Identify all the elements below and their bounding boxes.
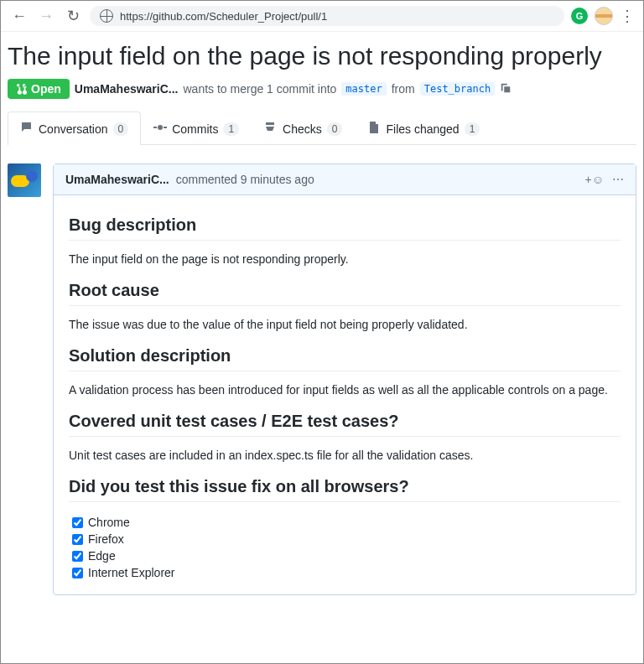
- tab-commits[interactable]: Commits 1: [141, 112, 252, 145]
- checkbox[interactable]: [72, 517, 83, 528]
- text-tests: Unit test cases are included in an index…: [69, 449, 621, 462]
- pr-meta: Open UmaMaheswariC... wants to merge 1 c…: [8, 79, 636, 99]
- pr-tabs: Conversation 0 Commits 1 Checks 0 Files …: [8, 111, 636, 145]
- tab-checks[interactable]: Checks 0: [252, 112, 355, 145]
- compare-branch[interactable]: Test_branch: [420, 82, 495, 96]
- reload-button[interactable]: ↻: [63, 6, 83, 26]
- list-item: Edge: [72, 547, 621, 564]
- comment: UmaMaheswariC... commented 9 minutes ago…: [53, 163, 636, 595]
- back-button[interactable]: ←: [9, 6, 29, 26]
- extension-icon[interactable]: G: [571, 8, 588, 24]
- files-icon: [367, 121, 381, 137]
- heading-bug-description: Bug description: [69, 215, 621, 241]
- tab-conversation[interactable]: Conversation 0: [8, 112, 141, 145]
- comment-avatar[interactable]: [8, 163, 41, 197]
- browser-menu-icon[interactable]: ⋮: [620, 7, 635, 25]
- list-item: Firefox: [72, 531, 621, 547]
- browser-checklist: Chrome Firefox Edge Internet Explorer: [69, 514, 621, 581]
- heading-root-cause: Root cause: [69, 281, 621, 306]
- list-item: Internet Explorer: [72, 564, 621, 581]
- from-text: from: [392, 82, 415, 96]
- copy-icon[interactable]: [500, 82, 512, 96]
- forward-button[interactable]: →: [36, 6, 56, 26]
- state-badge: Open: [8, 79, 70, 99]
- tab-files-changed[interactable]: Files changed 1: [355, 112, 492, 145]
- profile-avatar[interactable]: [595, 7, 613, 25]
- svg-point-0: [158, 125, 163, 130]
- address-bar[interactable]: https://github.com/Scheduler_Project/pul…: [90, 6, 564, 26]
- comment-menu-icon[interactable]: ⋯: [612, 173, 624, 186]
- list-item: Chrome: [72, 514, 621, 531]
- heading-tests: Covered unit test cases / E2E test cases…: [69, 412, 621, 437]
- pr-title: The input field on the page is not respo…: [8, 42, 636, 70]
- pull-request-icon: [16, 83, 28, 95]
- text-root-cause: The issue was due to the value of the in…: [69, 318, 621, 331]
- checkbox[interactable]: [72, 534, 83, 545]
- comment-header: UmaMaheswariC... commented 9 minutes ago…: [54, 164, 636, 195]
- comment-author[interactable]: UmaMaheswariC...: [65, 173, 169, 186]
- conversation-icon: [20, 121, 34, 137]
- commits-icon: [153, 121, 167, 137]
- browser-toolbar: ← → ↻ https://github.com/Scheduler_Proje…: [1, 1, 643, 32]
- globe-icon: [100, 9, 113, 23]
- checkbox[interactable]: [72, 551, 83, 562]
- heading-solution: Solution description: [69, 346, 621, 371]
- base-branch[interactable]: master: [341, 82, 386, 96]
- url-text: https://github.com/Scheduler_Project/pul…: [120, 10, 327, 23]
- text-solution: A validation process has been introduced…: [69, 383, 621, 397]
- add-reaction-icon[interactable]: +☺: [585, 173, 604, 186]
- checkbox[interactable]: [72, 568, 83, 578]
- merge-text: wants to merge 1 commit into: [184, 82, 337, 96]
- comment-timestamp: commented 9 minutes ago: [176, 173, 314, 186]
- heading-browsers: Did you test this issue fix on all brows…: [69, 477, 621, 502]
- author-link[interactable]: UmaMaheswariC...: [75, 82, 179, 96]
- checks-icon: [264, 121, 278, 137]
- comment-body: Bug description The input field on the p…: [54, 195, 636, 594]
- text-bug-description: The input field on the page is not respo…: [69, 252, 621, 266]
